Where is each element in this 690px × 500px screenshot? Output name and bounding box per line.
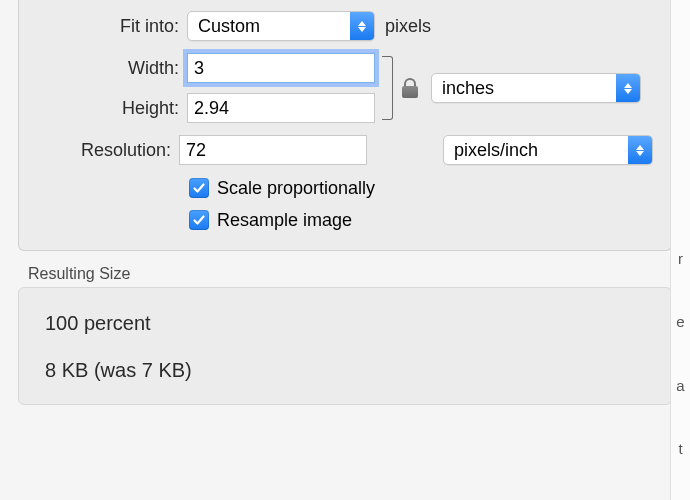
scale-proportionally-checkbox[interactable] bbox=[189, 178, 209, 198]
adjust-size-panel: Fit into: Custom pixels Width: Height: bbox=[18, 0, 672, 251]
resulting-size-panel: 100 percent 8 KB (was 7 KB) bbox=[18, 287, 672, 405]
resample-image-checkbox[interactable] bbox=[189, 210, 209, 230]
resolution-label: Resolution: bbox=[37, 140, 179, 161]
lock-icon[interactable] bbox=[401, 78, 419, 98]
scale-proportionally-row: Scale proportionally bbox=[189, 172, 653, 204]
resample-image-row: Resample image bbox=[189, 204, 653, 236]
height-input[interactable] bbox=[187, 93, 375, 123]
chevron-updown-icon bbox=[350, 12, 374, 40]
resolution-unit-value: pixels/inch bbox=[444, 140, 628, 161]
fit-into-select[interactable]: Custom bbox=[187, 11, 375, 41]
chevron-updown-icon bbox=[628, 136, 652, 164]
resample-image-label: Resample image bbox=[217, 210, 352, 231]
dimension-unit-select[interactable]: inches bbox=[431, 73, 641, 103]
background-strip: r e a t bbox=[670, 0, 690, 500]
resolution-row: Resolution: pixels/inch bbox=[37, 128, 653, 172]
dimension-block: Width: Height: inches bbox=[37, 48, 653, 128]
chevron-updown-icon bbox=[616, 74, 640, 102]
resulting-filesize: 8 KB (was 7 KB) bbox=[45, 359, 645, 382]
fit-into-value: Custom bbox=[188, 16, 350, 37]
fit-into-suffix: pixels bbox=[385, 16, 431, 37]
resolution-input[interactable] bbox=[179, 135, 367, 165]
resulting-size-title: Resulting Size bbox=[28, 265, 690, 283]
width-row: Width: bbox=[37, 48, 375, 88]
height-label: Height: bbox=[37, 98, 187, 119]
width-label: Width: bbox=[37, 58, 187, 79]
checkmark-icon bbox=[192, 213, 206, 227]
scale-proportionally-label: Scale proportionally bbox=[217, 178, 375, 199]
height-row: Height: bbox=[37, 88, 375, 128]
resulting-percent: 100 percent bbox=[45, 312, 645, 335]
link-bracket bbox=[381, 50, 399, 126]
fit-into-label: Fit into: bbox=[37, 16, 187, 37]
width-input[interactable] bbox=[187, 53, 375, 83]
checkmark-icon bbox=[192, 181, 206, 195]
resolution-unit-select[interactable]: pixels/inch bbox=[443, 135, 653, 165]
fit-into-row: Fit into: Custom pixels bbox=[37, 4, 653, 48]
dimension-unit-value: inches bbox=[432, 78, 616, 99]
